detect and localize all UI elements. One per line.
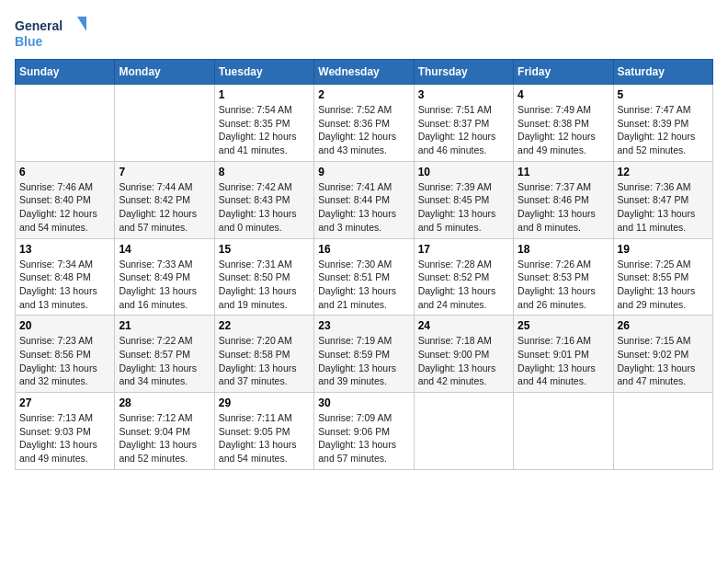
day-number: 7 <box>119 166 210 178</box>
day-number: 16 <box>318 243 409 256</box>
day-number: 14 <box>119 243 210 256</box>
day-info: Sunrise: 7:13 AMSunset: 9:03 PMDaylight:… <box>19 411 110 465</box>
column-header-saturday: Saturday <box>613 60 712 85</box>
calendar-cell: 23Sunrise: 7:19 AMSunset: 8:59 PMDayligh… <box>314 316 414 393</box>
day-number: 9 <box>318 166 409 178</box>
day-info: Sunrise: 7:22 AMSunset: 8:57 PMDaylight:… <box>119 334 210 388</box>
calendar-cell: 28Sunrise: 7:12 AMSunset: 9:04 PMDayligh… <box>115 393 214 470</box>
column-header-tuesday: Tuesday <box>214 60 313 85</box>
day-info: Sunrise: 7:26 AMSunset: 8:53 PMDaylight:… <box>518 258 609 312</box>
day-number: 17 <box>418 243 509 256</box>
day-number: 26 <box>618 319 709 332</box>
calendar-cell: 3Sunrise: 7:51 AMSunset: 8:37 PMDaylight… <box>414 85 513 162</box>
day-number: 24 <box>418 319 509 332</box>
day-info: Sunrise: 7:09 AMSunset: 9:06 PMDaylight:… <box>318 411 409 465</box>
calendar-cell: 14Sunrise: 7:33 AMSunset: 8:49 PMDayligh… <box>115 238 214 316</box>
calendar-cell: 21Sunrise: 7:22 AMSunset: 8:57 PMDayligh… <box>115 316 214 393</box>
day-info: Sunrise: 7:37 AMSunset: 8:46 PMDaylight:… <box>518 180 609 235</box>
day-number: 8 <box>219 166 310 178</box>
calendar-cell: 12Sunrise: 7:36 AMSunset: 8:47 PMDayligh… <box>613 161 712 238</box>
day-info: Sunrise: 7:42 AMSunset: 8:43 PMDaylight:… <box>219 180 310 235</box>
logo: General Blue <box>15 15 88 52</box>
day-info: Sunrise: 7:16 AMSunset: 9:01 PMDaylight:… <box>518 334 609 388</box>
day-number: 20 <box>19 319 110 332</box>
day-info: Sunrise: 7:46 AMSunset: 8:40 PMDaylight:… <box>19 180 110 235</box>
column-header-wednesday: Wednesday <box>314 60 414 85</box>
calendar-cell <box>613 393 712 470</box>
day-info: Sunrise: 7:25 AMSunset: 8:55 PMDaylight:… <box>618 258 709 312</box>
calendar-header-row: SundayMondayTuesdayWednesdayThursdayFrid… <box>16 60 713 85</box>
day-info: Sunrise: 7:31 AMSunset: 8:50 PMDaylight:… <box>219 258 310 312</box>
calendar-cell: 7Sunrise: 7:44 AMSunset: 8:42 PMDaylight… <box>115 161 214 238</box>
day-info: Sunrise: 7:19 AMSunset: 8:59 PMDaylight:… <box>318 334 409 388</box>
calendar-table: SundayMondayTuesdayWednesdayThursdayFrid… <box>15 59 713 470</box>
day-number: 10 <box>418 166 509 178</box>
day-info: Sunrise: 7:34 AMSunset: 8:48 PMDaylight:… <box>19 258 110 312</box>
day-number: 5 <box>618 88 709 101</box>
calendar-cell: 8Sunrise: 7:42 AMSunset: 8:43 PMDaylight… <box>214 161 313 238</box>
day-info: Sunrise: 7:44 AMSunset: 8:42 PMDaylight:… <box>119 180 210 235</box>
day-info: Sunrise: 7:51 AMSunset: 8:37 PMDaylight:… <box>418 103 509 157</box>
day-number: 15 <box>219 243 310 256</box>
day-info: Sunrise: 7:18 AMSunset: 9:00 PMDaylight:… <box>418 334 509 388</box>
calendar-cell: 27Sunrise: 7:13 AMSunset: 9:03 PMDayligh… <box>16 393 115 470</box>
day-info: Sunrise: 7:23 AMSunset: 8:56 PMDaylight:… <box>19 334 110 388</box>
calendar-cell: 10Sunrise: 7:39 AMSunset: 8:45 PMDayligh… <box>414 161 513 238</box>
calendar-cell: 11Sunrise: 7:37 AMSunset: 8:46 PMDayligh… <box>514 161 613 238</box>
column-header-sunday: Sunday <box>16 60 115 85</box>
calendar-cell: 15Sunrise: 7:31 AMSunset: 8:50 PMDayligh… <box>214 238 313 316</box>
calendar-body: 1Sunrise: 7:54 AMSunset: 8:35 PMDaylight… <box>16 85 713 470</box>
calendar-cell: 29Sunrise: 7:11 AMSunset: 9:05 PMDayligh… <box>214 393 313 470</box>
calendar-cell: 20Sunrise: 7:23 AMSunset: 8:56 PMDayligh… <box>16 316 115 393</box>
day-info: Sunrise: 7:30 AMSunset: 8:51 PMDaylight:… <box>318 258 409 312</box>
calendar-week-2: 6Sunrise: 7:46 AMSunset: 8:40 PMDaylight… <box>16 161 713 238</box>
day-info: Sunrise: 7:20 AMSunset: 8:58 PMDaylight:… <box>219 334 310 388</box>
day-number: 21 <box>119 319 210 332</box>
svg-text:General: General <box>15 18 63 33</box>
day-info: Sunrise: 7:28 AMSunset: 8:52 PMDaylight:… <box>418 258 509 312</box>
day-number: 29 <box>219 396 310 409</box>
day-number: 6 <box>19 166 110 178</box>
calendar-cell <box>414 393 513 470</box>
day-number: 30 <box>318 396 409 409</box>
calendar-cell: 26Sunrise: 7:15 AMSunset: 9:02 PMDayligh… <box>613 316 712 393</box>
calendar-cell <box>16 85 115 162</box>
day-info: Sunrise: 7:54 AMSunset: 8:35 PMDaylight:… <box>219 103 310 157</box>
day-number: 25 <box>518 319 609 332</box>
calendar-week-4: 20Sunrise: 7:23 AMSunset: 8:56 PMDayligh… <box>16 316 713 393</box>
calendar-cell: 18Sunrise: 7:26 AMSunset: 8:53 PMDayligh… <box>514 238 613 316</box>
calendar-cell: 2Sunrise: 7:52 AMSunset: 8:36 PMDaylight… <box>314 85 414 162</box>
day-number: 1 <box>219 88 310 101</box>
calendar-cell: 24Sunrise: 7:18 AMSunset: 9:00 PMDayligh… <box>414 316 513 393</box>
day-number: 2 <box>318 88 409 101</box>
calendar-cell: 5Sunrise: 7:47 AMSunset: 8:39 PMDaylight… <box>613 85 712 162</box>
day-number: 3 <box>418 88 509 101</box>
calendar-cell: 6Sunrise: 7:46 AMSunset: 8:40 PMDaylight… <box>16 161 115 238</box>
logo-svg: General Blue <box>15 15 88 52</box>
day-info: Sunrise: 7:52 AMSunset: 8:36 PMDaylight:… <box>318 103 409 157</box>
day-info: Sunrise: 7:12 AMSunset: 9:04 PMDaylight:… <box>119 411 210 465</box>
calendar-cell: 25Sunrise: 7:16 AMSunset: 9:01 PMDayligh… <box>514 316 613 393</box>
svg-text:Blue: Blue <box>15 34 43 49</box>
day-number: 19 <box>618 243 709 256</box>
calendar-cell: 19Sunrise: 7:25 AMSunset: 8:55 PMDayligh… <box>613 238 712 316</box>
calendar-week-5: 27Sunrise: 7:13 AMSunset: 9:03 PMDayligh… <box>16 393 713 470</box>
calendar-cell: 17Sunrise: 7:28 AMSunset: 8:52 PMDayligh… <box>414 238 513 316</box>
calendar-cell <box>514 393 613 470</box>
calendar-cell: 9Sunrise: 7:41 AMSunset: 8:44 PMDaylight… <box>314 161 414 238</box>
calendar-cell: 1Sunrise: 7:54 AMSunset: 8:35 PMDaylight… <box>214 85 313 162</box>
calendar-cell: 30Sunrise: 7:09 AMSunset: 9:06 PMDayligh… <box>314 393 414 470</box>
calendar-cell: 13Sunrise: 7:34 AMSunset: 8:48 PMDayligh… <box>16 238 115 316</box>
day-info: Sunrise: 7:41 AMSunset: 8:44 PMDaylight:… <box>318 180 409 235</box>
day-number: 27 <box>19 396 110 409</box>
column-header-friday: Friday <box>514 60 613 85</box>
day-info: Sunrise: 7:33 AMSunset: 8:49 PMDaylight:… <box>119 258 210 312</box>
page-header: General Blue <box>15 15 713 52</box>
day-number: 22 <box>219 319 310 332</box>
day-number: 12 <box>618 166 709 178</box>
day-number: 23 <box>318 319 409 332</box>
calendar-cell: 4Sunrise: 7:49 AMSunset: 8:38 PMDaylight… <box>514 85 613 162</box>
calendar-week-1: 1Sunrise: 7:54 AMSunset: 8:35 PMDaylight… <box>16 85 713 162</box>
day-number: 28 <box>119 396 210 409</box>
day-info: Sunrise: 7:39 AMSunset: 8:45 PMDaylight:… <box>418 180 509 235</box>
